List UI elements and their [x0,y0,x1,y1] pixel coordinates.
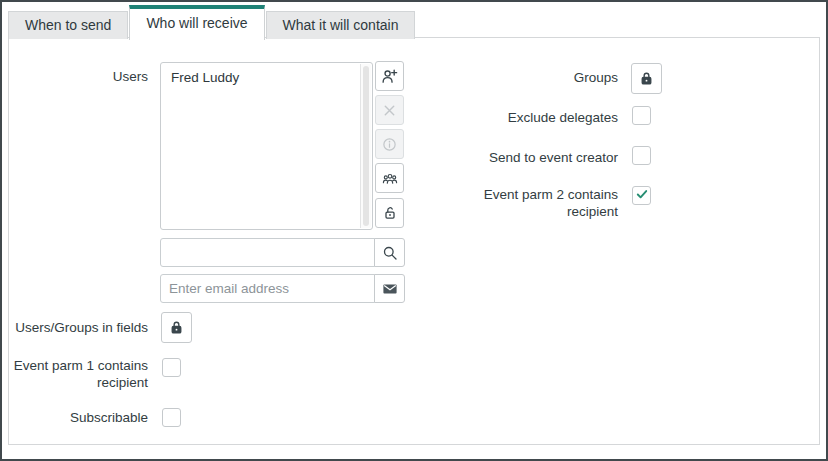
lock-icon [638,70,655,87]
add-email-button[interactable] [374,274,405,303]
remove-user-button[interactable] [375,95,404,125]
group-icon [382,170,398,186]
users-label: Users [20,68,148,85]
subscribable-checkbox[interactable] [162,408,181,427]
search-icon [382,245,398,261]
scrollbar-thumb[interactable] [363,66,369,226]
tab-when-to-send[interactable]: When to send [8,11,128,39]
users-groups-in-fields-label: Users/Groups in fields [8,319,148,336]
tab-who-will-receive[interactable]: Who will receive [129,5,264,40]
email-address-input[interactable] [160,274,375,303]
groups-lock-button[interactable] [631,63,662,94]
event-parm-1-checkbox[interactable] [162,358,181,377]
user-group-button[interactable] [375,163,404,193]
envelope-icon [382,281,398,297]
tab-what-it-will-contain[interactable]: What it will contain [266,11,416,39]
listbox-scrollbar[interactable] [360,64,371,228]
exclude-delegates-checkbox[interactable] [632,106,651,125]
lock-icon [168,319,185,336]
users-listbox[interactable]: Fred Luddy [160,62,373,230]
groups-label: Groups [418,69,618,86]
tab-bar: When to send Who will receive What it wi… [8,5,416,39]
user-info-button[interactable] [375,129,404,159]
users-groups-in-fields-lock-button[interactable] [161,312,192,343]
add-user-button[interactable] [375,61,404,91]
subscribable-label: Subscribable [8,409,148,426]
send-to-event-creator-label: Send to event creator [418,149,618,166]
list-lock-button[interactable] [375,198,404,228]
add-user-icon [381,68,398,85]
window-frame: When to send Who will receive What it wi… [2,2,826,459]
exclude-delegates-label: Exclude delegates [418,109,618,126]
checkmark-icon [635,187,649,205]
list-item[interactable]: Fred Luddy [161,63,372,92]
event-parm-2-label: Event parm 2 contains recipient [448,186,618,220]
search-button[interactable] [374,238,405,267]
info-icon [382,137,397,152]
send-to-event-creator-checkbox[interactable] [632,146,651,165]
event-parm-1-label: Event parm 1 contains recipient [8,357,148,391]
notification-who-will-receive-screen: { "tabs": [ {"label": "When to send", "a… [0,0,828,461]
event-parm-2-checkbox[interactable] [632,186,651,205]
user-search-input[interactable] [160,238,375,267]
close-icon [382,103,397,118]
unlock-icon [382,205,398,221]
